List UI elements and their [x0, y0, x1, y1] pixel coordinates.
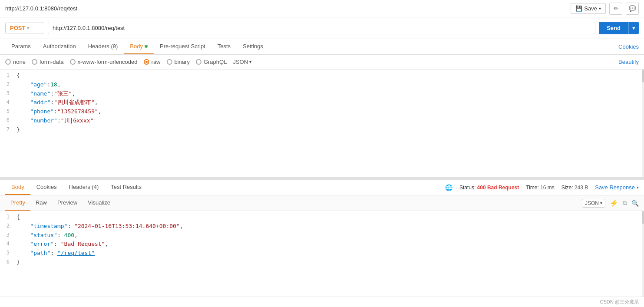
tab-authorization-label: Authorization — [43, 43, 76, 50]
tab-pre-request-script[interactable]: Pre-request Script — [154, 39, 211, 54]
time-value: 16 ms — [540, 185, 555, 191]
req-line-5: 5 "phone":"1352678459", — [0, 107, 644, 116]
tab-params[interactable]: Params — [5, 39, 37, 54]
save-icon: 💾 — [575, 5, 582, 12]
resp-format-visualize-label: Visualize — [88, 199, 110, 206]
json-format-label: JSON — [233, 59, 248, 65]
option-urlencoded[interactable]: x-www-form-urlencoded — [70, 59, 138, 65]
resp-tab-body-label: Body — [11, 184, 24, 190]
response-body-tabs: Pretty Raw Preview Visualize JSON ▾ — [0, 195, 644, 211]
cookies-link[interactable]: Cookies — [618, 43, 639, 50]
edit-button[interactable]: ✏ — [609, 3, 622, 15]
filter-icon: ⚡ — [610, 199, 618, 207]
binary-label: binary — [175, 59, 190, 65]
resp-format-raw[interactable]: Raw — [30, 195, 52, 211]
option-raw[interactable]: raw — [144, 59, 161, 65]
resp-json-select[interactable]: JSON ▾ — [582, 199, 605, 208]
graphql-radio[interactable] — [196, 59, 201, 65]
resp-format-pretty[interactable]: Pretty — [5, 195, 30, 211]
copy-button[interactable]: ⧉ — [623, 199, 627, 207]
beautify-button[interactable]: Beautify — [618, 59, 639, 65]
save-button[interactable]: 💾 Save ▾ — [571, 3, 606, 14]
req-line-6: 6 "number":"川|Gxxxx" — [0, 116, 644, 125]
tab-tests[interactable]: Tests — [211, 39, 237, 54]
resp-format-preview[interactable]: Preview — [52, 195, 83, 211]
status-prefix: Status: — [459, 185, 477, 191]
resp-format-raw-label: Raw — [36, 199, 47, 206]
url-input[interactable] — [48, 22, 595, 34]
graphql-label: GraphQL — [204, 59, 227, 65]
comment-icon: 💬 — [629, 5, 636, 12]
title-bar: http://127.0.0.1:8080/req/test 💾 Save ▾ … — [0, 0, 644, 17]
response-scrollbar-thumb — [642, 211, 644, 224]
edit-icon: ✏ — [614, 5, 618, 12]
response-tools: JSON ▾ ⚡ ⧉ 🔍 — [582, 199, 639, 208]
copy-icon: ⧉ — [623, 199, 627, 206]
response-body-editor: 1 { 2 "timestamp": "2024-01-16T13:53:14.… — [0, 211, 644, 297]
req-line-7: 7 } — [0, 125, 644, 135]
time-prefix: Time: — [526, 185, 540, 191]
size-value: 243 B — [575, 185, 588, 191]
option-none[interactable]: none — [5, 59, 26, 65]
resp-format-visualize[interactable]: Visualize — [83, 195, 116, 211]
none-radio[interactable] — [5, 59, 11, 65]
raw-label: raw — [152, 59, 161, 65]
method-label: POST — [10, 25, 25, 31]
time-label: Time: 16 ms — [526, 185, 555, 191]
save-response-button[interactable]: Save Response ▾ — [595, 184, 639, 191]
tab-headers[interactable]: Headers (9) — [82, 39, 124, 54]
status-label: Status: 400 Bad Request — [459, 185, 519, 191]
response-tabs-list: Body Cookies Headers (4) Test Results — [5, 180, 148, 195]
resp-tab-body[interactable]: Body — [5, 180, 30, 195]
save-dropdown-icon: ▾ — [599, 6, 601, 11]
binary-radio[interactable] — [167, 59, 172, 65]
urlencoded-radio[interactable] — [70, 59, 76, 65]
resp-tab-test-results[interactable]: Test Results — [105, 180, 148, 195]
tab-headers-label: Headers (9) — [88, 43, 118, 50]
req-line-1: 1 { — [0, 71, 644, 80]
option-graphql[interactable]: GraphQL — [196, 59, 227, 65]
method-select[interactable]: POST ▾ — [5, 23, 44, 33]
page-title: http://127.0.0.1:8080/req/test — [5, 5, 77, 12]
send-group: Send ▾ — [599, 22, 639, 34]
tab-body-label: Body — [130, 43, 143, 50]
urlencoded-label: x-www-form-urlencoded — [78, 59, 138, 65]
req-line-2: 2 "age":18, — [0, 80, 644, 89]
resp-tab-test-results-label: Test Results — [111, 184, 142, 190]
tab-settings[interactable]: Settings — [237, 39, 269, 54]
search-button[interactable]: 🔍 — [631, 200, 639, 207]
filter-button[interactable]: ⚡ — [610, 199, 618, 207]
comment-button[interactable]: 💬 — [626, 3, 639, 15]
option-binary[interactable]: binary — [167, 59, 190, 65]
send-dropdown-button[interactable]: ▾ — [628, 22, 639, 34]
title-bar-actions: 💾 Save ▾ ✏ 💬 — [571, 3, 639, 15]
request-panel: Params Authorization Headers (9) Body Pr… — [0, 39, 644, 178]
resp-line-4: 4 "error": "Bad Request", — [0, 240, 644, 249]
resp-tab-cookies[interactable]: Cookies — [30, 180, 63, 195]
body-options-bar: none form-data x-www-form-urlencoded raw… — [0, 55, 644, 69]
form-data-label: form-data — [40, 59, 64, 65]
resp-line-5: 5 "path": "/req/test" — [0, 249, 644, 258]
body-active-dot — [145, 45, 148, 48]
tab-params-label: Params — [11, 43, 31, 50]
raw-radio[interactable] — [144, 59, 149, 65]
tab-body[interactable]: Body — [124, 39, 154, 54]
resp-tab-cookies-label: Cookies — [36, 184, 57, 190]
request-tabs-right: Cookies — [618, 43, 639, 50]
req-line-3: 3 "name":"张三", — [0, 89, 644, 99]
save-response-label: Save Response — [595, 184, 635, 191]
form-data-radio[interactable] — [32, 59, 37, 65]
request-body-editor[interactable]: 1 { 2 "age":18, 3 "name":"张三", 4 "addr":… — [0, 69, 644, 177]
option-form-data[interactable]: form-data — [32, 59, 64, 65]
request-scrollbar-thumb — [642, 69, 644, 83]
url-bar: POST ▾ Send ▾ — [0, 17, 644, 39]
resp-line-1: 1 { — [0, 213, 644, 222]
resp-line-6: 6 } — [0, 258, 644, 267]
resp-tab-headers[interactable]: Headers (4) — [63, 180, 105, 195]
resp-line-3: 3 "status": 400, — [0, 231, 644, 240]
json-format-select[interactable]: JSON ▾ — [233, 59, 251, 65]
none-label: none — [13, 59, 26, 65]
send-button[interactable]: Send — [599, 22, 628, 34]
response-tabs: Body Cookies Headers (4) Test Results 🌐 … — [0, 180, 644, 195]
tab-authorization[interactable]: Authorization — [37, 39, 82, 54]
